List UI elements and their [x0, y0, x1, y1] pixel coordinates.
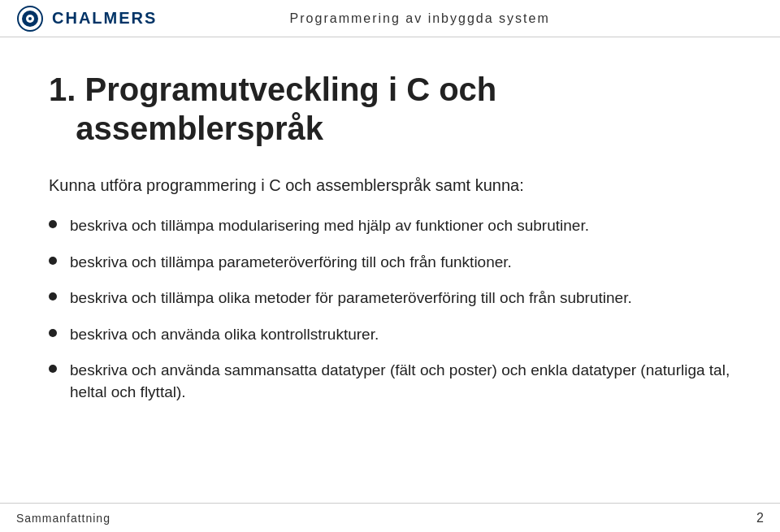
slide-title: 1. Programutveckling i C och assemblersp…	[49, 70, 731, 148]
bullet-text: beskriva och tillämpa parameteröverförin…	[70, 252, 731, 274]
svg-point-3	[28, 17, 32, 20]
slide-title-line2: assemblerspråk	[76, 110, 323, 146]
bullet-text: beskriva och använda sammansatta datatyp…	[70, 360, 731, 403]
header-title: Programmering av inbyggda system	[157, 11, 682, 26]
logo-text: CHALMERS	[52, 9, 157, 28]
bullet-dot	[49, 365, 57, 373]
footer-page-number: 2	[756, 511, 764, 526]
header: CHALMERS Programmering av inbyggda syste…	[0, 0, 780, 37]
slide-title-line1: 1. Programutveckling i C och	[49, 71, 496, 107]
bullet-dot	[49, 292, 57, 301]
main-content: 1. Programutveckling i C och assemblersp…	[0, 37, 780, 451]
bullet-dot	[49, 257, 57, 265]
footer: Sammanfattning 2	[0, 503, 780, 532]
chalmers-logo-icon	[16, 5, 44, 32]
bullet-text: beskriva och tillämpa modularisering med…	[70, 215, 731, 237]
intro-text: Kunna utföra programmering i C och assem…	[49, 176, 731, 195]
bullet-item: beskriva och tillämpa parameteröverförin…	[49, 252, 731, 274]
logo-area: CHALMERS	[16, 5, 157, 32]
bullet-list: beskriva och tillämpa modularisering med…	[49, 215, 731, 404]
bullet-item: beskriva och tillämpa modularisering med…	[49, 215, 731, 237]
bullet-text: beskriva och tillämpa olika metoder för …	[70, 288, 731, 309]
bullet-text: beskriva och använda olika kontrollstruk…	[70, 324, 731, 346]
bullet-item: beskriva och använda olika kontrollstruk…	[49, 324, 731, 346]
bullet-item: beskriva och tillämpa olika metoder för …	[49, 288, 731, 309]
bullet-dot	[49, 220, 57, 228]
footer-label: Sammanfattning	[16, 512, 110, 525]
bullet-item: beskriva och använda sammansatta datatyp…	[49, 360, 731, 403]
bullet-dot	[49, 329, 57, 337]
